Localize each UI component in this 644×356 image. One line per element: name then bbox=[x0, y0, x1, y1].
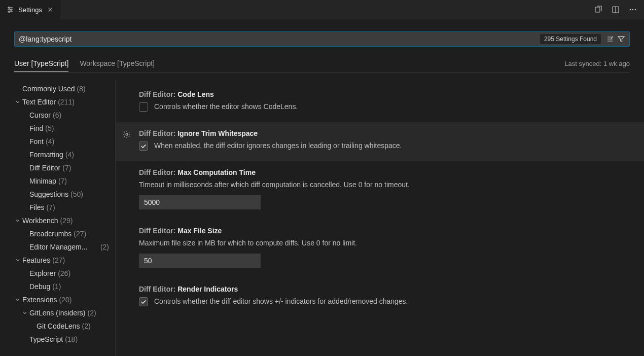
tree-item[interactable]: Find(5) bbox=[0, 122, 115, 135]
tree-item-count: (26) bbox=[58, 269, 70, 277]
tree-item-label: Git CodeLens bbox=[37, 322, 80, 330]
tree-item-label: TypeScript bbox=[29, 335, 63, 343]
setting-checkbox[interactable] bbox=[139, 102, 148, 112]
chevron-down-icon[interactable] bbox=[14, 257, 21, 263]
setting-title-prefix: Diff Editor: bbox=[139, 227, 177, 235]
tree-item-label: Explorer bbox=[29, 269, 56, 277]
setting-title: Diff Editor: Max File Size bbox=[139, 227, 632, 235]
tree-item[interactable]: Text Editor(211) bbox=[0, 95, 115, 109]
chevron-down-icon[interactable] bbox=[21, 310, 28, 316]
setting-item: Diff Editor: Max Computation TimeTimeout… bbox=[116, 161, 644, 220]
setting-checkbox[interactable] bbox=[139, 297, 148, 306]
setting-title-prefix: Diff Editor: bbox=[139, 129, 177, 137]
setting-number-input[interactable] bbox=[139, 195, 261, 209]
chevron-down-icon[interactable] bbox=[14, 99, 21, 105]
tree-item[interactable]: Font(4) bbox=[0, 135, 115, 148]
tree-item[interactable]: Breadcrumbs(27) bbox=[0, 227, 115, 240]
tree-item-label: Debug bbox=[29, 282, 50, 291]
tree-item-count: (27) bbox=[52, 256, 65, 264]
tree-item-count: (7) bbox=[58, 177, 67, 185]
settings-search-input[interactable] bbox=[19, 35, 540, 43]
setting-item: Diff Editor: Code LensControls whether t… bbox=[116, 83, 644, 122]
settings-scope-tabs: User [TypeScript] Workspace [TypeScript]… bbox=[14, 58, 630, 73]
setting-checkbox[interactable] bbox=[139, 141, 148, 151]
tree-item[interactable]: Minimap(7) bbox=[0, 174, 115, 188]
setting-title-name: Max File Size bbox=[177, 227, 222, 235]
svg-point-18 bbox=[126, 133, 128, 135]
settings-tab-icon bbox=[6, 6, 14, 14]
setting-description: When enabled, the diff editor ignores ch… bbox=[154, 140, 402, 151]
more-actions-icon[interactable] bbox=[629, 6, 637, 14]
tree-item-label: Diff Editor bbox=[29, 164, 60, 172]
settings-search-container: 295 Settings Found bbox=[14, 31, 630, 47]
settings-list: Diff Editor: Code LensControls whether t… bbox=[116, 80, 644, 356]
setting-title-name: Max Computation Time bbox=[177, 168, 256, 176]
tab-settings[interactable]: Settings bbox=[0, 0, 60, 19]
tree-item-count: (8) bbox=[77, 85, 85, 93]
setting-number-input[interactable] bbox=[139, 254, 261, 268]
tree-item-count: (7) bbox=[62, 164, 71, 172]
tree-item-label: Features bbox=[22, 256, 50, 264]
titlebar: Settings bbox=[0, 0, 644, 19]
svg-point-12 bbox=[632, 9, 634, 11]
search-results-count: 295 Settings Found bbox=[540, 34, 601, 44]
tree-item[interactable]: Editor Managem...(2) bbox=[0, 240, 115, 254]
tree-item[interactable]: Formatting(4) bbox=[0, 148, 115, 161]
tree-item-count: (2) bbox=[100, 243, 109, 251]
setting-title-prefix: Diff Editor: bbox=[139, 168, 177, 176]
svg-rect-8 bbox=[595, 7, 600, 12]
tree-item[interactable]: Diff Editor(7) bbox=[0, 161, 115, 174]
setting-checkbox-row: Controls whether the diff editor shows +… bbox=[139, 296, 632, 307]
setting-title: Diff Editor: Render Indicators bbox=[139, 285, 632, 293]
tree-item[interactable]: Files(7) bbox=[0, 201, 115, 214]
open-settings-json-icon[interactable] bbox=[594, 6, 602, 14]
tree-item-count: (2) bbox=[87, 309, 96, 317]
sync-status: Last synced: 1 wk ago bbox=[564, 60, 630, 70]
tree-item[interactable]: GitLens (Insiders)(2) bbox=[0, 306, 115, 319]
tree-item-label: Commonly Used bbox=[22, 85, 75, 93]
scope-tab-user[interactable]: User [TypeScript] bbox=[14, 59, 68, 72]
split-editor-icon[interactable] bbox=[612, 6, 620, 14]
tree-item[interactable]: Workbench(29) bbox=[0, 214, 115, 227]
tree-item[interactable]: Extensions(20) bbox=[0, 293, 115, 306]
setting-title: Diff Editor: Ignore Trim Whitespace bbox=[139, 129, 632, 137]
tree-item[interactable]: Features(27) bbox=[0, 254, 115, 267]
tree-item-count: (5) bbox=[45, 124, 54, 132]
tree-item-count: (6) bbox=[53, 111, 61, 119]
tree-item-label: Extensions bbox=[22, 296, 57, 304]
tree-item-count: (20) bbox=[59, 296, 71, 304]
setting-checkbox-row: Controls whether the editor shows CodeLe… bbox=[139, 101, 632, 112]
tree-item-count: (211) bbox=[58, 98, 75, 106]
setting-title-prefix: Diff Editor: bbox=[139, 90, 177, 98]
tree-item-label: Minimap bbox=[29, 177, 56, 185]
svg-point-3 bbox=[9, 7, 10, 9]
setting-title-name: Render Indicators bbox=[177, 285, 238, 293]
chevron-down-icon[interactable] bbox=[14, 297, 21, 303]
chevron-down-icon[interactable] bbox=[14, 218, 21, 224]
svg-point-5 bbox=[9, 11, 10, 13]
tree-item[interactable]: Cursor(6) bbox=[0, 109, 115, 122]
close-icon[interactable] bbox=[46, 6, 54, 13]
tree-item-count: (2) bbox=[82, 322, 91, 330]
clear-search-icon[interactable] bbox=[605, 34, 615, 44]
svg-point-11 bbox=[630, 9, 631, 11]
tree-item[interactable]: Git CodeLens(2) bbox=[0, 319, 115, 333]
tree-item-label: Text Editor bbox=[22, 98, 56, 106]
setting-description: Controls whether the diff editor shows +… bbox=[154, 296, 408, 307]
tree-item-label: Editor Managem... bbox=[29, 243, 87, 251]
setting-title-name: Ignore Trim Whitespace bbox=[177, 129, 258, 137]
tree-item[interactable]: Debug(1) bbox=[0, 280, 115, 293]
tree-item[interactable]: Commonly Used(8) bbox=[0, 82, 115, 95]
filter-icon[interactable] bbox=[616, 34, 626, 44]
tree-item-count: (4) bbox=[46, 137, 54, 146]
tree-item[interactable]: TypeScript(18) bbox=[0, 333, 115, 346]
tree-item[interactable]: Explorer(26) bbox=[0, 267, 115, 280]
gear-icon[interactable] bbox=[122, 129, 132, 139]
tree-item-count: (18) bbox=[65, 335, 78, 343]
tree-item-label: Cursor bbox=[29, 111, 51, 119]
tree-item[interactable]: Suggestions(50) bbox=[0, 188, 115, 201]
tree-item-label: Workbench bbox=[22, 217, 58, 225]
scope-tab-workspace[interactable]: Workspace [TypeScript] bbox=[80, 59, 155, 72]
setting-title: Diff Editor: Code Lens bbox=[139, 90, 632, 98]
tree-item-count: (7) bbox=[47, 203, 55, 211]
